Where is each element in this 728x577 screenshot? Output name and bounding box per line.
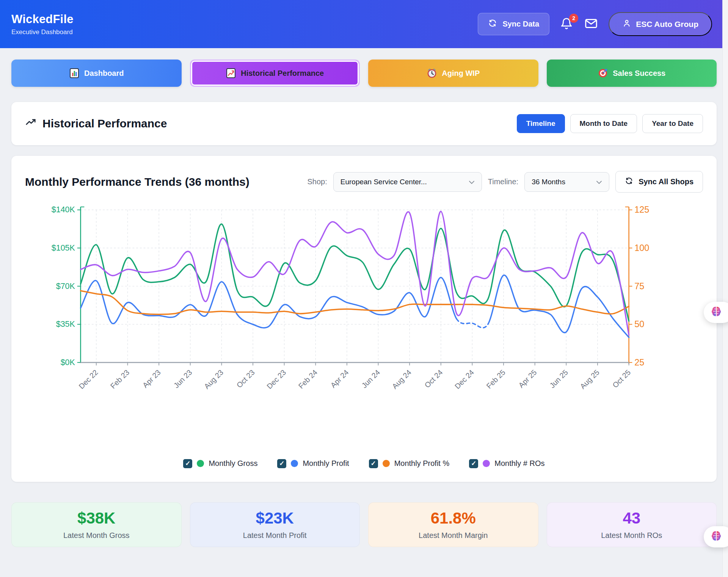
legend-checkbox[interactable]: ✓ <box>277 459 286 468</box>
svg-text:75: 75 <box>634 281 644 291</box>
tab-label: Sales Success <box>613 69 665 78</box>
legend-checkbox[interactable]: ✓ <box>469 459 478 468</box>
legend-checkbox[interactable]: ✓ <box>369 459 378 468</box>
stat-card-profit: $23K Latest Month Profit <box>190 502 360 547</box>
brain-icon <box>710 305 723 320</box>
timeline-select[interactable]: 36 Months <box>524 172 609 192</box>
performance-line-chart: $0K$35K$70K$105K$140K255075100125Dec 22F… <box>25 203 703 403</box>
timeline-label: Timeline: <box>488 177 518 186</box>
notifications-button[interactable]: 2 <box>560 17 574 31</box>
tab-sales-success[interactable]: Sales Success <box>547 60 717 87</box>
chart-title: Monthly Performance Trends (36 months) <box>25 176 249 188</box>
svg-text:Jun 24: Jun 24 <box>360 368 381 390</box>
stat-card-ros: 43 Latest Month ROs <box>547 502 717 547</box>
legend-item: ✓Monthly Gross <box>183 459 257 468</box>
svg-text:Oct 24: Oct 24 <box>423 368 444 389</box>
chart-card: Monthly Performance Trends (36 months) S… <box>11 156 717 482</box>
stat-label: Latest Month Gross <box>63 531 130 540</box>
legend-item: ✓Monthly Profit % <box>369 459 450 468</box>
brand: WickedFile Executive Dashboard <box>11 13 74 36</box>
trending-up-icon <box>25 117 36 131</box>
alarm-clock-icon <box>427 68 437 78</box>
view-button-month-to-date[interactable]: Month to Date <box>570 114 637 133</box>
legend-checkbox[interactable]: ✓ <box>183 459 192 468</box>
page-title-row: Historical Performance <box>25 117 167 131</box>
chart-canvas: $0K$35K$70K$105K$140K255075100125Dec 22F… <box>25 203 703 401</box>
tab-label: Historical Performance <box>241 69 324 78</box>
refresh-icon <box>625 177 633 187</box>
section-header-card: Historical Performance Timeline Month to… <box>11 102 717 145</box>
legend-item: ✓Monthly # ROs <box>469 459 544 468</box>
svg-text:Oct 23: Oct 23 <box>235 368 256 389</box>
nav-tabs: Dashboard Historical Performance Aging W… <box>11 60 717 87</box>
svg-text:Feb 25: Feb 25 <box>485 368 507 390</box>
bell-icon <box>560 25 573 31</box>
ai-assistant-button[interactable] <box>704 302 728 323</box>
legend-color-dot <box>197 460 204 467</box>
svg-text:50: 50 <box>634 319 644 329</box>
svg-text:Apr 23: Apr 23 <box>141 368 162 389</box>
legend-label: Monthly Profit <box>303 459 349 468</box>
refresh-icon <box>488 19 497 30</box>
chevron-down-icon <box>596 178 602 186</box>
stat-label: Latest Month Profit <box>243 531 307 540</box>
messages-button[interactable] <box>584 17 598 32</box>
svg-text:Aug 25: Aug 25 <box>578 368 601 390</box>
shop-select[interactable]: European Service Center... <box>333 172 482 192</box>
legend-color-dot <box>483 460 490 467</box>
stat-value: $23K <box>256 509 294 527</box>
brain-icon <box>710 530 723 544</box>
stat-value: 61.8% <box>431 509 476 527</box>
stat-value: 43 <box>623 509 640 527</box>
svg-text:125: 125 <box>634 205 649 215</box>
chart-increasing-icon <box>226 68 236 78</box>
stat-cards: $38K Latest Month Gross $23K Latest Mont… <box>11 502 717 547</box>
view-button-timeline[interactable]: Timeline <box>517 114 565 133</box>
chart-legend: ✓Monthly Gross✓Monthly Profit✓Monthly Pr… <box>25 459 703 468</box>
sync-data-button[interactable]: Sync Data <box>478 13 549 35</box>
legend-color-dot <box>291 460 298 467</box>
legend-label: Monthly Profit % <box>394 459 450 468</box>
bar-chart-icon <box>69 68 80 78</box>
target-icon <box>598 68 608 78</box>
scrollbar[interactable] <box>722 0 728 577</box>
stat-card-margin: 61.8% Latest Month Margin <box>368 502 538 547</box>
svg-text:25: 25 <box>634 357 644 367</box>
svg-text:Jun 23: Jun 23 <box>172 368 193 390</box>
tab-label: Dashboard <box>84 69 124 78</box>
notification-badge: 2 <box>569 14 578 23</box>
page-title: Historical Performance <box>42 117 167 130</box>
sync-all-shops-button[interactable]: Sync All Shops <box>615 171 703 193</box>
svg-text:Feb 23: Feb 23 <box>109 368 131 390</box>
svg-text:$0K: $0K <box>61 358 75 367</box>
legend-label: Monthly # ROs <box>494 459 544 468</box>
svg-text:Oct 25: Oct 25 <box>611 368 632 389</box>
tab-historical-performance[interactable]: Historical Performance <box>190 60 360 87</box>
app-subtitle: Executive Dashboard <box>11 28 74 36</box>
legend-color-dot <box>383 460 390 467</box>
app-title: WickedFile <box>11 13 74 26</box>
account-button[interactable]: ESC Auto Group <box>609 12 712 36</box>
svg-text:Apr 25: Apr 25 <box>517 368 538 389</box>
shop-label: Shop: <box>308 177 327 186</box>
stat-card-gross: $38K Latest Month Gross <box>11 502 182 547</box>
stat-label: Latest Month Margin <box>419 531 488 540</box>
svg-text:Jun 25: Jun 25 <box>548 368 570 390</box>
tab-aging-wip[interactable]: Aging WIP <box>368 60 538 87</box>
person-icon <box>622 19 631 30</box>
tab-dashboard[interactable]: Dashboard <box>11 60 182 87</box>
view-switch: Timeline Month to Date Year to Date <box>517 114 703 133</box>
svg-text:Dec 24: Dec 24 <box>453 368 475 390</box>
legend-item: ✓Monthly Profit <box>277 459 349 468</box>
ai-assistant-button[interactable] <box>704 526 728 547</box>
svg-text:Feb 24: Feb 24 <box>297 368 319 390</box>
legend-label: Monthly Gross <box>209 459 257 468</box>
svg-text:Aug 24: Aug 24 <box>391 368 413 390</box>
view-button-year-to-date[interactable]: Year to Date <box>642 114 703 133</box>
svg-text:Aug 23: Aug 23 <box>202 368 225 390</box>
svg-text:$140K: $140K <box>52 205 75 214</box>
svg-text:Apr 24: Apr 24 <box>329 368 350 389</box>
chevron-down-icon <box>469 178 475 186</box>
svg-text:100: 100 <box>634 243 649 253</box>
svg-text:Dec 23: Dec 23 <box>265 368 287 390</box>
